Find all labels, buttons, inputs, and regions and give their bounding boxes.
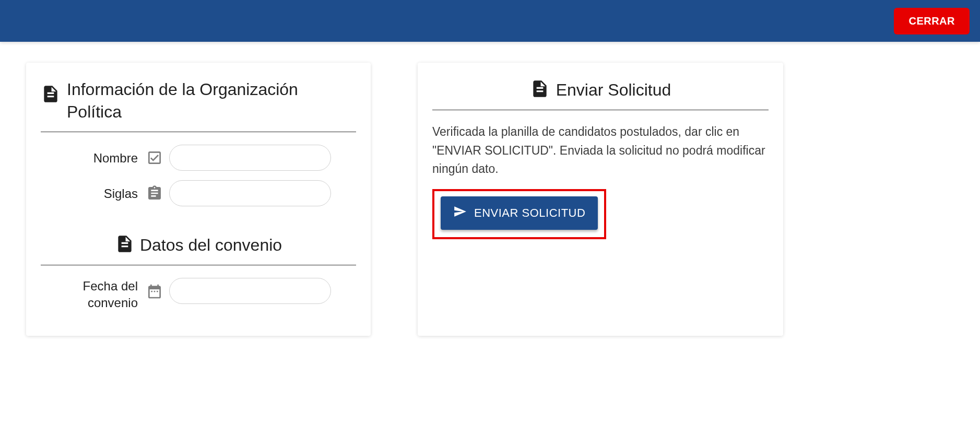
top-bar: CERRAR [0, 0, 980, 42]
fecha-input[interactable] [169, 278, 331, 304]
nombre-input[interactable] [169, 145, 331, 171]
siglas-label: Siglas [41, 185, 145, 202]
document-icon [115, 233, 135, 256]
org-info-card: Información de la Organización Política … [26, 63, 371, 336]
fecha-row: Fecha del convenio [41, 278, 356, 310]
clipboard-icon [145, 185, 164, 202]
document-icon [41, 84, 61, 107]
nombre-row: Nombre [41, 145, 356, 171]
send-icon [453, 205, 467, 221]
submit-label: ENVIAR SOLICITUD [474, 206, 585, 220]
convenio-header: Datos del convenio [41, 216, 356, 265]
submit-title: Enviar Solicitud [556, 80, 671, 100]
org-info-header: Información de la Organización Política [41, 73, 356, 132]
convenio-title: Datos del convenio [140, 236, 282, 255]
submit-header: Enviar Solicitud [432, 73, 769, 110]
instruction-text: Verificada la planilla de candidatos pos… [432, 123, 769, 179]
fecha-label: Fecha del convenio [41, 278, 145, 310]
highlight-box: ENVIAR SOLICITUD [432, 189, 606, 239]
document-icon [530, 78, 550, 101]
nombre-label: Nombre [41, 150, 145, 166]
calendar-icon [145, 283, 164, 300]
siglas-row: Siglas [41, 180, 356, 206]
close-button[interactable]: CERRAR [894, 8, 970, 34]
org-info-title: Información de la Organización Política [67, 78, 356, 123]
submit-card: Enviar Solicitud Verificada la planilla … [418, 63, 783, 336]
siglas-input[interactable] [169, 180, 331, 206]
checkbox-icon [145, 149, 164, 166]
submit-button[interactable]: ENVIAR SOLICITUD [441, 196, 598, 230]
main-content: Información de la Organización Política … [0, 42, 980, 357]
